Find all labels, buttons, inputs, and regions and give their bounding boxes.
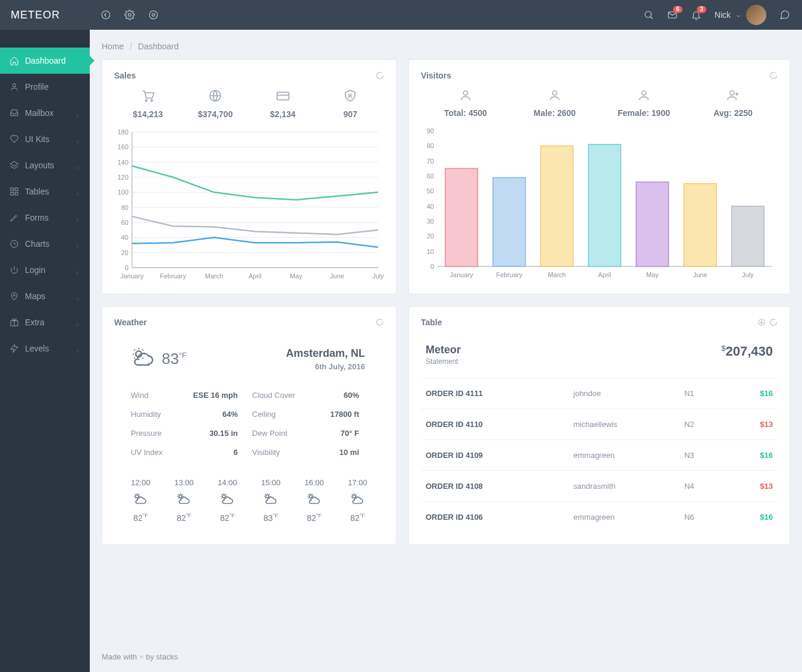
table-row[interactable]: ORDER ID 4109emmagreenN3$16 [421, 440, 778, 471]
chevron-left-icon [75, 215, 80, 221]
weather-icon [219, 492, 235, 507]
svg-text:30: 30 [427, 218, 434, 225]
weather-icon [131, 346, 155, 372]
refresh-icon[interactable] [376, 318, 384, 326]
forecast-item: 13:0082°F [174, 478, 194, 523]
sidebar-item-levels[interactable]: Levels [0, 335, 90, 362]
weather-city: Amsterdam, NL [286, 347, 365, 360]
weather-metric-label: Dew Point [252, 429, 307, 438]
visitors-panel: Visitors Total: 4500Male: 2600Female: 19… [408, 59, 790, 294]
forecast-temp: 82°F [218, 513, 237, 523]
sidebar-item-label: Tables [25, 187, 49, 196]
heart-icon: ♥ [139, 652, 144, 661]
weather-metric-value: ESE 16 mph [191, 391, 246, 400]
sidebar-item-mailbox[interactable]: Mailbox [0, 100, 90, 126]
settings-icon[interactable] [124, 10, 135, 20]
svg-rect-11 [11, 192, 14, 195]
chevron-left-icon [75, 137, 80, 142]
person-icon [548, 89, 561, 102]
svg-text:40: 40 [121, 234, 128, 241]
sidebar-item-forms[interactable]: Forms [0, 205, 90, 231]
svg-text:60: 60 [121, 219, 128, 226]
back-icon[interactable] [100, 10, 111, 20]
svg-rect-80 [636, 182, 669, 266]
svg-text:70: 70 [427, 158, 434, 165]
sidebar-item-label: Mailbox [25, 108, 54, 118]
chevron-left-icon [75, 163, 80, 168]
order-price: $16 [728, 451, 773, 460]
svg-point-19 [150, 100, 152, 102]
forecast-time: 15:00 [261, 478, 281, 487]
user-menu[interactable]: Nick [715, 5, 766, 25]
weather-metric-label: Wind [131, 391, 185, 400]
weather-metric-label: Humidity [131, 410, 185, 419]
chevron-left-icon [75, 241, 80, 247]
pencil-icon [10, 213, 19, 222]
sidebar-item-dashboard[interactable]: Dashboard [0, 48, 90, 74]
breadcrumb-home[interactable]: Home [102, 42, 124, 51]
sidebar-item-ui-kits[interactable]: UI Kits [0, 126, 90, 152]
svg-rect-78 [589, 145, 621, 266]
visitor-stat: Female: 1900 [599, 89, 688, 118]
table-row[interactable]: ORDER ID 4111johndoeN1$16 [421, 378, 778, 409]
mail-icon[interactable]: 6 [667, 10, 678, 20]
inbox-icon [10, 108, 19, 118]
svg-text:80: 80 [427, 142, 434, 149]
sidebar-item-tables[interactable]: Tables [0, 178, 90, 205]
sidebar-item-profile[interactable]: Profile [0, 74, 90, 100]
stat-value: $14,213 [114, 109, 182, 119]
table-row[interactable]: ORDER ID 4110michaellewisN2$13 [421, 409, 778, 440]
svg-rect-22 [277, 92, 289, 100]
sidebar-item-label: Levels [25, 344, 49, 353]
table-row[interactable]: ORDER ID 4106emmagreenN6$16 [421, 502, 778, 532]
table-row[interactable]: ORDER ID 4108sandrasmithN4$13 [421, 471, 778, 502]
weather-metric-value: 64% [191, 410, 246, 419]
clock-icon [10, 239, 19, 249]
panel-actions [376, 71, 384, 80]
svg-rect-9 [11, 188, 14, 191]
weather-metric-value: 70° F [313, 429, 367, 438]
weather-metric-label: Ceiling [252, 410, 307, 419]
svg-point-56 [552, 91, 556, 95]
breadcrumb-current: Dashboard [138, 42, 179, 51]
svg-text:120: 120 [118, 174, 128, 181]
bell-icon[interactable]: 3 [691, 10, 702, 20]
pin-icon [10, 291, 19, 301]
gear-icon[interactable] [148, 10, 159, 20]
stat-value: 907 [317, 109, 385, 119]
shield-icon [343, 89, 357, 103]
weather-icon [306, 492, 322, 507]
main: Home / Dashboard Sales $14,213$374,700$2… [90, 30, 802, 672]
sidebar-item-label: Forms [25, 213, 49, 222]
user-name: Nick [715, 10, 731, 20]
sidebar-item-charts[interactable]: Charts [0, 231, 90, 257]
svg-text:January: January [450, 271, 474, 278]
svg-text:20: 20 [427, 233, 434, 240]
forecast-time: 13:00 [174, 478, 194, 487]
forecast-temp: 82°F [304, 513, 324, 523]
stat-value: $374,700 [182, 109, 250, 119]
refresh-icon[interactable] [376, 71, 384, 80]
sidebar-item-extra[interactable]: Extra [0, 309, 90, 335]
chevron-left-icon [75, 268, 80, 273]
chat-icon[interactable] [779, 10, 790, 20]
refresh-icon[interactable] [769, 318, 778, 326]
search-icon[interactable] [643, 10, 654, 20]
weather-metric-value: 10 mi [313, 448, 367, 457]
weather-icon [263, 492, 278, 507]
order-id: ORDER ID 4111 [426, 389, 574, 398]
forecast-item: 14:0082°F [218, 478, 237, 523]
sidebar-item-maps[interactable]: Maps [0, 283, 90, 309]
visitor-stat: Total: 4500 [421, 89, 510, 118]
order-nr: N4 [684, 482, 729, 491]
svg-text:10: 10 [427, 248, 434, 255]
sidebar-item-login[interactable]: Login [0, 257, 90, 283]
forecast-time: 12:00 [131, 478, 150, 487]
refresh-icon[interactable] [769, 71, 778, 80]
svg-text:March: March [548, 271, 566, 278]
svg-text:April: April [249, 272, 262, 280]
sales-stat: 907 [317, 89, 385, 119]
download-icon[interactable] [757, 318, 766, 326]
sidebar-item-layouts[interactable]: Layouts [0, 152, 90, 178]
sidebar: DashboardProfileMailboxUI KitsLayoutsTab… [0, 30, 90, 672]
